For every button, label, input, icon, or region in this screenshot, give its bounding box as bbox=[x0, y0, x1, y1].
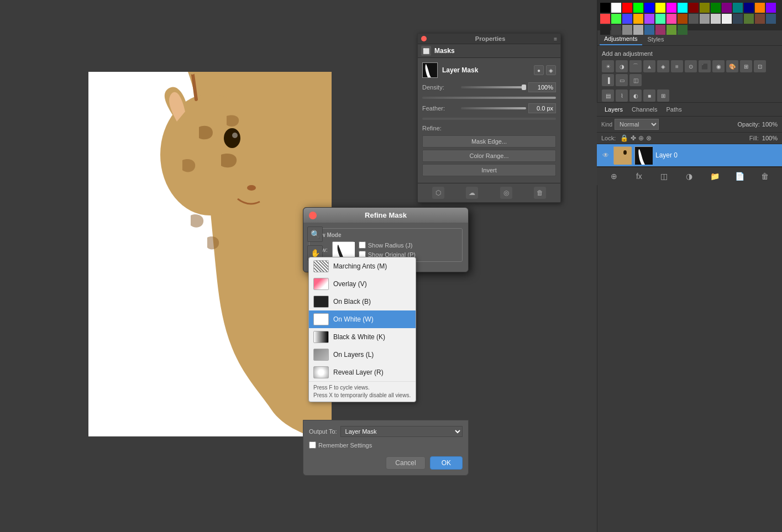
feather-slider[interactable] bbox=[461, 107, 526, 109]
hsl-icon[interactable]: ≡ bbox=[671, 60, 683, 72]
delete-mask-icon[interactable]: 🗑 bbox=[534, 187, 546, 199]
mask-tab-icon[interactable]: ⬜ bbox=[421, 46, 431, 56]
color-swatch[interactable] bbox=[655, 3, 665, 13]
color-swatch[interactable] bbox=[655, 14, 665, 24]
color-swatch[interactable] bbox=[600, 14, 610, 24]
blend-mode-select[interactable]: Normal Multiply Screen bbox=[615, 119, 659, 130]
color-swatch[interactable] bbox=[722, 3, 732, 13]
color-swatch[interactable] bbox=[711, 14, 721, 24]
invert-icon[interactable]: ⊞ bbox=[740, 60, 752, 72]
color-swatch[interactable] bbox=[733, 3, 743, 13]
photo-filter-icon[interactable]: ◉ bbox=[712, 60, 725, 72]
color-swatch[interactable] bbox=[666, 3, 676, 13]
selection-icon[interactable]: ⬡ bbox=[432, 187, 444, 199]
layer-item[interactable]: 👁 Layer 0 bbox=[597, 144, 782, 167]
color-swatch[interactable] bbox=[611, 14, 621, 24]
apply-mask-icon[interactable]: ◎ bbox=[500, 187, 512, 199]
color-swatch[interactable] bbox=[678, 14, 687, 24]
solid-icon[interactable]: ■ bbox=[643, 89, 655, 102]
curves-icon[interactable]: ⌒ bbox=[629, 60, 642, 72]
adjustment-icon[interactable]: ◑ bbox=[684, 171, 695, 182]
color-range-button[interactable]: Color Range... bbox=[422, 150, 556, 162]
exposure-icon[interactable]: ▲ bbox=[643, 60, 655, 72]
panel-menu-icon[interactable]: ≡ bbox=[554, 36, 557, 42]
poster-icon[interactable]: ⊡ bbox=[754, 60, 766, 72]
color-swatch[interactable] bbox=[689, 14, 699, 24]
mask-options-icon[interactable]: ◈ bbox=[546, 65, 556, 75]
folder-icon[interactable]: 📁 bbox=[709, 171, 720, 182]
threshold-icon[interactable]: ▐ bbox=[602, 74, 614, 86]
feather-input[interactable] bbox=[528, 103, 556, 113]
layer-visibility-icon[interactable]: 👁 bbox=[601, 151, 610, 160]
feather-slider-bar[interactable] bbox=[422, 118, 556, 120]
pattern-icon[interactable]: ⊞ bbox=[657, 89, 669, 102]
gradient-map-icon[interactable]: ▭ bbox=[616, 74, 628, 86]
lock-artboard-icon[interactable]: ⊕ bbox=[638, 134, 644, 142]
color-balance-icon[interactable]: ⊙ bbox=[685, 60, 697, 72]
color-swatch[interactable] bbox=[766, 3, 776, 13]
color-swatch[interactable] bbox=[744, 14, 754, 24]
curves2-icon[interactable]: ⌇ bbox=[616, 89, 628, 102]
color-swatch[interactable] bbox=[600, 3, 610, 13]
color-swatch[interactable] bbox=[622, 3, 632, 13]
contrast-icon[interactable]: ◑ bbox=[616, 60, 628, 72]
color-swatch[interactable] bbox=[678, 3, 687, 13]
dropdown-on-white[interactable]: On White (W) bbox=[309, 310, 416, 328]
color-swatch[interactable] bbox=[666, 14, 676, 24]
lock-move-icon[interactable]: ✤ bbox=[631, 134, 636, 142]
density-slider-bar[interactable] bbox=[422, 97, 556, 99]
output-to-select[interactable]: Layer Mask bbox=[340, 426, 463, 437]
color-swatch[interactable] bbox=[633, 14, 643, 24]
color2-icon[interactable]: ◐ bbox=[629, 89, 642, 102]
density-input[interactable] bbox=[528, 82, 556, 92]
tab-adjustments[interactable]: Adjustments bbox=[600, 33, 642, 45]
color-swatch[interactable] bbox=[678, 25, 687, 35]
selective-color-icon[interactable]: ◫ bbox=[629, 74, 642, 86]
tab-styles[interactable]: Styles bbox=[643, 33, 669, 45]
lock-pixel-icon[interactable]: 🔒 bbox=[620, 134, 628, 142]
color-swatch[interactable] bbox=[633, 3, 643, 13]
tab-channels[interactable]: Channels bbox=[628, 105, 660, 114]
close-btn[interactable] bbox=[421, 36, 427, 41]
color-swatch[interactable] bbox=[722, 14, 732, 24]
mask-from-selection-icon[interactable]: ☁ bbox=[466, 187, 478, 199]
dialog-close-button[interactable] bbox=[309, 212, 317, 219]
new-layer-icon[interactable]: 📄 bbox=[734, 171, 746, 182]
color-swatch[interactable] bbox=[611, 3, 621, 13]
mask-icon[interactable]: ◫ bbox=[659, 171, 670, 182]
view-thumbnail[interactable] bbox=[332, 241, 354, 258]
tab-layers[interactable]: Layers bbox=[601, 105, 626, 114]
dropdown-black-white[interactable]: Black & White (K) bbox=[309, 328, 416, 346]
color-swatch[interactable] bbox=[733, 14, 743, 24]
lock-all-icon[interactable]: ⊗ bbox=[646, 134, 652, 142]
fx-icon[interactable]: fx bbox=[633, 171, 644, 182]
color-swatch[interactable] bbox=[744, 3, 754, 13]
mask-apply-icon[interactable]: ● bbox=[534, 65, 544, 75]
color-swatch[interactable] bbox=[622, 14, 632, 24]
delete-icon[interactable]: 🗑 bbox=[759, 171, 770, 182]
bw-icon[interactable]: ⬛ bbox=[699, 60, 711, 72]
remember-checkbox[interactable] bbox=[309, 441, 316, 449]
dropdown-on-black[interactable]: On Black (B) bbox=[309, 293, 416, 310]
color-swatch[interactable] bbox=[689, 3, 699, 13]
brightness-icon[interactable]: ☀ bbox=[602, 60, 614, 72]
levels2-icon[interactable]: ▤ bbox=[602, 89, 614, 102]
color-swatch[interactable] bbox=[700, 3, 710, 13]
vibrance-icon[interactable]: ◈ bbox=[657, 60, 669, 72]
density-slider[interactable] bbox=[461, 86, 526, 88]
color-swatch[interactable] bbox=[711, 3, 721, 13]
tab-paths[interactable]: Paths bbox=[663, 105, 685, 114]
ok-button[interactable]: OK bbox=[430, 456, 463, 470]
invert-button[interactable]: Invert bbox=[422, 164, 556, 176]
dropdown-marching-ants[interactable]: Marching Ants (M) bbox=[309, 257, 416, 275]
zoom-tool-button[interactable]: 🔍 bbox=[307, 227, 323, 242]
link-icon[interactable]: ⊕ bbox=[608, 171, 620, 182]
color-swatch[interactable] bbox=[755, 3, 765, 13]
color-swatch[interactable] bbox=[766, 14, 776, 24]
dropdown-overlay[interactable]: Overlay (V) bbox=[309, 275, 416, 293]
color-swatch[interactable] bbox=[644, 14, 654, 24]
color-swatch[interactable] bbox=[644, 3, 654, 13]
dropdown-on-layers[interactable]: On Layers (L) bbox=[309, 346, 416, 364]
color-swatch[interactable] bbox=[755, 14, 765, 24]
cancel-button[interactable]: Cancel bbox=[386, 456, 425, 470]
